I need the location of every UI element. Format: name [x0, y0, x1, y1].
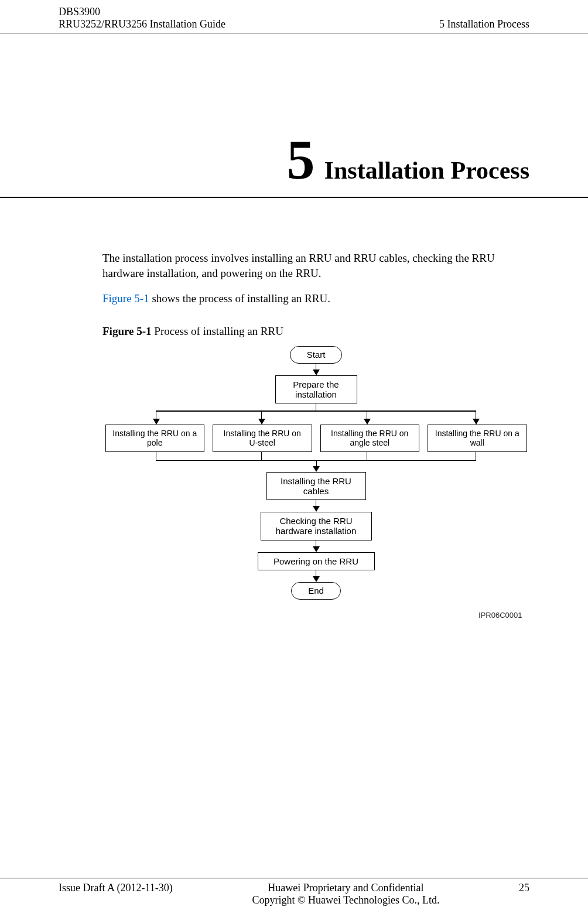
flow-end: End [291, 582, 341, 600]
flow-branch-angle: Installing the RRU on angle steel [320, 425, 420, 451]
footer-center: Huawei Proprietary and Confidential Copy… [252, 882, 439, 906]
flow-split [105, 410, 527, 425]
arrow-down-icon [313, 466, 320, 472]
doc-title: RRU3252/RRU3256 Installation Guide [59, 18, 225, 30]
content-area: The installation process involves instal… [0, 198, 588, 621]
chapter-title-text: Installation Process [324, 157, 529, 184]
footer-issue: Issue Draft A (2012-11-30) [59, 882, 173, 894]
flow-connector [316, 570, 317, 576]
flow-cables: Installing the RRU cables [266, 472, 366, 501]
chapter-heading: 5 Installation Process [0, 33, 588, 198]
figure-id: IPR06C0001 [105, 610, 527, 621]
footer-copyright: Copyright © Huawei Technologies Co., Ltd… [252, 894, 439, 906]
arrow-down-icon [313, 369, 320, 375]
flow-branch-pole: Installing the RRU on a pole [105, 425, 205, 451]
flow-branch-wall: Installing the RRU on a wall [428, 425, 527, 451]
footer-page-number: 25 [519, 882, 529, 894]
flow-start: Start [290, 346, 343, 364]
header-left: DBS3900 RRU3252/RRU3256 Installation Gui… [59, 6, 225, 30]
flow-check: Checking the RRU hardware installation [261, 512, 372, 540]
figref-rest: shows the process of installing an RRU. [149, 292, 330, 304]
flow-merge [105, 452, 527, 466]
product-name: DBS3900 [59, 6, 225, 18]
figure-caption: Figure 5-1 Process of installing an RRU [102, 324, 529, 339]
figure-reference-link[interactable]: Figure 5-1 [102, 292, 149, 304]
header-section: 5 Installation Process [439, 18, 529, 30]
flow-connector [316, 364, 317, 369]
flow-connector [316, 500, 317, 506]
page-footer: Issue Draft A (2012-11-30) Huawei Propri… [0, 878, 588, 906]
arrow-down-icon [313, 506, 320, 512]
chapter-number: 5 [287, 128, 315, 191]
flow-branches: Installing the RRU on a pole Installing … [105, 425, 527, 451]
flow-connector [316, 540, 317, 546]
flow-prepare: Prepare the installation [275, 375, 357, 404]
arrow-down-icon [313, 546, 320, 552]
arrow-down-icon [313, 576, 320, 582]
figure-label: Figure 5-1 [102, 325, 152, 337]
flow-connector [316, 403, 317, 410]
figure-caption-text: Process of installing an RRU [152, 325, 283, 337]
flow-branch-usteel: Installing the RRU on U-steel [213, 425, 312, 451]
footer-proprietary: Huawei Proprietary and Confidential [252, 882, 439, 894]
page-header: DBS3900 RRU3252/RRU3256 Installation Gui… [0, 0, 588, 33]
figref-paragraph: Figure 5-1 shows the process of installi… [102, 291, 529, 306]
flowchart: Start Prepare the installation Installin… [105, 346, 527, 621]
flow-power: Powering on the RRU [258, 552, 375, 570]
intro-paragraph: The installation process involves instal… [102, 251, 529, 280]
